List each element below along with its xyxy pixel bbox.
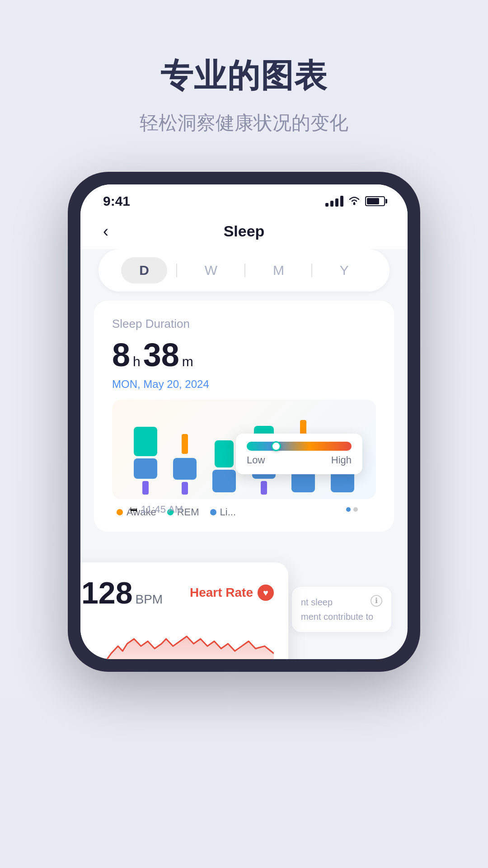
heart-icon: ♥ <box>258 585 274 601</box>
phone-frame: 9:41 <box>68 172 420 672</box>
wifi-icon <box>348 194 361 208</box>
chart-time-text: 11:45 AM <box>141 504 183 515</box>
page-title: 专业的图表 <box>160 54 328 98</box>
info-circle-icon: ℹ <box>371 595 382 607</box>
hr-header: 128 BPM Heart Rate ♥ <box>81 575 274 610</box>
tab-y[interactable]: Y <box>322 257 367 283</box>
sleep-duration-label: Sleep Duration <box>112 317 376 331</box>
tooltip-high-label: High <box>331 454 352 466</box>
dot-1 <box>346 507 351 512</box>
tab-divider-3 <box>311 264 312 277</box>
sleep-card: Sleep Duration 8 h 38 m MON, May 20, 202… <box>94 301 394 532</box>
tab-d[interactable]: D <box>121 257 167 283</box>
content-area: Sleep Duration 8 h 38 m MON, May 20, 202… <box>80 301 408 550</box>
sleep-minutes: 38 <box>143 336 179 373</box>
tab-bar: D W M Y <box>99 249 389 292</box>
bottom-info-card: ℹ nt sleepment contribute to <box>292 587 391 632</box>
tab-divider-2 <box>244 264 245 277</box>
sleep-duration-value: 8 h 38 m <box>112 336 376 373</box>
sleep-quality-tooltip: Low High <box>236 434 362 474</box>
hr-bpm-display: 128 BPM <box>81 575 163 610</box>
sleep-hours-unit: h <box>133 354 141 369</box>
status-bar: 9:41 <box>80 184 408 213</box>
chart-time-label: 🛏 11:45 AM <box>121 500 367 515</box>
tooltip-low-label: Low <box>247 454 265 466</box>
dot-2 <box>353 507 358 512</box>
tooltip-labels: Low High <box>247 454 352 466</box>
nav-bar: ‹ Sleep <box>80 213 408 249</box>
tab-divider-1 <box>176 264 177 277</box>
sleep-date: MON, May 20, 2024 <box>112 378 376 391</box>
heart-rate-text: Heart Rate <box>190 585 253 600</box>
page-subtitle: 轻松洞察健康状况的变化 <box>140 110 348 136</box>
bottom-text: nt sleepment contribute to <box>301 597 373 622</box>
signal-icon <box>325 196 343 207</box>
hr-chart <box>81 619 274 659</box>
phone-screen: 9:41 <box>80 184 408 659</box>
status-icons <box>325 194 385 208</box>
sleep-minutes-unit: m <box>182 354 193 369</box>
svg-point-0 <box>353 203 356 205</box>
battery-icon <box>365 196 385 206</box>
hr-number: 128 <box>81 575 132 610</box>
back-button[interactable]: ‹ <box>103 222 108 241</box>
bed-icon: 🛏 <box>130 505 137 514</box>
hr-unit: BPM <box>135 592 163 607</box>
hr-chart-svg <box>81 619 274 659</box>
sleep-col-3 <box>212 440 236 495</box>
nav-title: Sleep <box>224 222 265 240</box>
tab-w[interactable]: W <box>187 257 235 283</box>
sleep-col-1 <box>134 427 157 495</box>
heart-rate-card: 128 BPM Heart Rate ♥ <box>80 562 288 659</box>
sleep-col-2 <box>173 434 197 495</box>
tab-m[interactable]: M <box>255 257 302 283</box>
phone-mockup: 9:41 <box>68 172 420 672</box>
hr-label: Heart Rate ♥ <box>190 585 274 601</box>
quality-thumb <box>271 441 281 451</box>
sleep-chart: 🛏 11:45 AM <box>112 400 376 499</box>
quality-gradient-bar <box>247 442 352 451</box>
status-time: 9:41 <box>103 193 130 209</box>
sleep-hours: 8 <box>112 336 130 373</box>
